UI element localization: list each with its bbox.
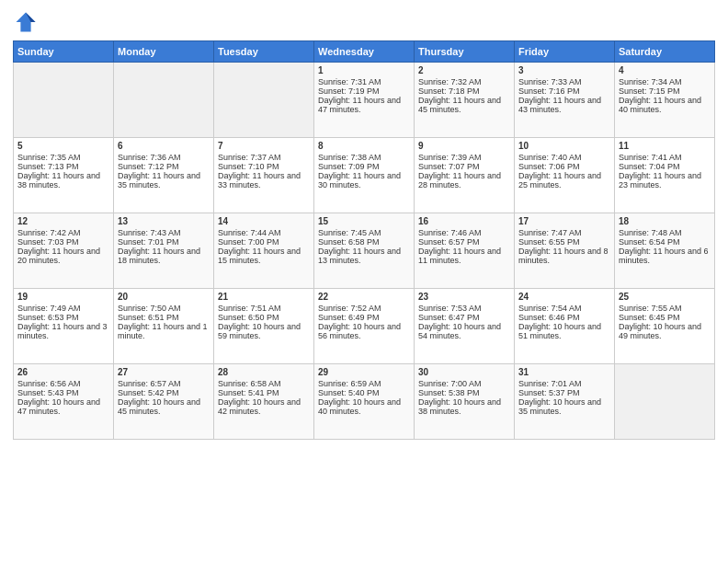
calendar-cell: 1Sunrise: 7:31 AMSunset: 7:19 PMDaylight… xyxy=(314,63,415,138)
cell-info: Daylight: 11 hours and 18 minutes. xyxy=(118,247,210,265)
day-number: 6 xyxy=(118,141,210,151)
calendar-cell: 31Sunrise: 7:01 AMSunset: 5:37 PMDayligh… xyxy=(515,364,615,440)
cell-info: Daylight: 11 hours and 6 minutes. xyxy=(619,247,711,265)
day-number: 2 xyxy=(418,65,510,75)
cell-info: Sunrise: 7:41 AM xyxy=(619,153,711,162)
cell-info: Daylight: 11 hours and 43 minutes. xyxy=(518,96,610,114)
cell-info: Sunset: 7:13 PM xyxy=(17,162,109,171)
day-number: 13 xyxy=(118,216,210,226)
calendar-cell: 5Sunrise: 7:35 AMSunset: 7:13 PMDaylight… xyxy=(14,138,114,213)
cell-info: Sunset: 6:47 PM xyxy=(418,313,510,322)
day-number: 21 xyxy=(218,292,310,302)
cell-info: Sunset: 7:16 PM xyxy=(518,86,610,96)
calendar-cell: 29Sunrise: 6:59 AMSunset: 5:40 PMDayligh… xyxy=(314,364,415,440)
cell-info: Sunset: 7:12 PM xyxy=(118,162,210,171)
calendar-cell: 18Sunrise: 7:48 AMSunset: 6:54 PMDayligh… xyxy=(615,213,715,289)
header xyxy=(13,9,715,35)
calendar-cell: 8Sunrise: 7:38 AMSunset: 7:09 PMDaylight… xyxy=(314,138,415,213)
cell-info: Sunrise: 7:00 AM xyxy=(418,379,510,388)
calendar-cell: 13Sunrise: 7:43 AMSunset: 7:01 PMDayligh… xyxy=(114,213,214,289)
cell-info: Sunrise: 7:52 AM xyxy=(318,304,410,313)
cell-info: Daylight: 11 hours and 11 minutes. xyxy=(418,247,510,265)
cell-info: Daylight: 10 hours and 59 minutes. xyxy=(218,322,310,340)
cell-info: Sunset: 7:09 PM xyxy=(318,162,410,171)
cell-info: Sunset: 6:53 PM xyxy=(17,313,109,322)
days-header-row: SundayMondayTuesdayWednesdayThursdayFrid… xyxy=(14,41,715,63)
day-header-thursday: Thursday xyxy=(415,41,515,63)
cell-info: Sunrise: 7:47 AM xyxy=(518,228,610,237)
cell-info: Daylight: 11 hours and 45 minutes. xyxy=(418,96,510,114)
cell-info: Sunset: 6:45 PM xyxy=(619,313,711,322)
day-number: 20 xyxy=(118,292,210,302)
day-number: 31 xyxy=(518,367,610,377)
cell-info: Sunrise: 7:49 AM xyxy=(17,304,109,313)
cell-info: Daylight: 10 hours and 54 minutes. xyxy=(418,322,510,340)
page: SundayMondayTuesdayWednesdayThursdayFrid… xyxy=(0,0,728,563)
cell-info: Sunset: 6:51 PM xyxy=(118,313,210,322)
day-number: 22 xyxy=(318,292,410,302)
day-number: 28 xyxy=(218,367,310,377)
calendar-cell: 20Sunrise: 7:50 AMSunset: 6:51 PMDayligh… xyxy=(114,289,214,364)
calendar-cell xyxy=(214,63,314,138)
cell-info: Sunset: 5:40 PM xyxy=(318,388,410,397)
cell-info: Sunrise: 7:33 AM xyxy=(518,77,610,86)
cell-info: Daylight: 11 hours and 15 minutes. xyxy=(218,247,310,265)
cell-info: Daylight: 10 hours and 38 minutes. xyxy=(418,397,510,416)
cell-info: Sunrise: 6:58 AM xyxy=(218,379,310,388)
day-number: 14 xyxy=(218,216,310,226)
cell-info: Daylight: 10 hours and 51 minutes. xyxy=(518,322,610,340)
cell-info: Daylight: 11 hours and 13 minutes. xyxy=(318,247,410,265)
cell-info: Sunrise: 7:38 AM xyxy=(318,153,410,162)
cell-info: Daylight: 10 hours and 35 minutes. xyxy=(518,397,610,416)
cell-info: Daylight: 11 hours and 30 minutes. xyxy=(318,171,410,190)
day-header-sunday: Sunday xyxy=(14,41,114,63)
calendar-cell: 25Sunrise: 7:55 AMSunset: 6:45 PMDayligh… xyxy=(615,289,715,364)
calendar-cell: 6Sunrise: 7:36 AMSunset: 7:12 PMDaylight… xyxy=(114,138,214,213)
day-header-monday: Monday xyxy=(114,41,214,63)
cell-info: Sunset: 5:43 PM xyxy=(17,388,109,397)
calendar-cell: 23Sunrise: 7:53 AMSunset: 6:47 PMDayligh… xyxy=(415,289,515,364)
cell-info: Sunset: 6:54 PM xyxy=(619,237,711,247)
day-number: 9 xyxy=(418,141,510,151)
cell-info: Daylight: 10 hours and 40 minutes. xyxy=(318,397,410,416)
day-header-tuesday: Tuesday xyxy=(214,41,314,63)
cell-info: Sunrise: 7:48 AM xyxy=(619,228,711,237)
cell-info: Sunrise: 6:57 AM xyxy=(118,379,210,388)
day-number: 10 xyxy=(518,141,610,151)
cell-info: Daylight: 11 hours and 38 minutes. xyxy=(17,171,109,190)
day-number: 23 xyxy=(418,292,510,302)
day-number: 8 xyxy=(318,141,410,151)
day-number: 16 xyxy=(418,216,510,226)
cell-info: Sunset: 7:04 PM xyxy=(619,162,711,171)
day-header-wednesday: Wednesday xyxy=(314,41,415,63)
cell-info: Daylight: 11 hours and 3 minutes. xyxy=(17,322,109,340)
cell-info: Daylight: 10 hours and 45 minutes. xyxy=(118,397,210,416)
calendar-cell: 26Sunrise: 6:56 AMSunset: 5:43 PMDayligh… xyxy=(14,364,114,440)
calendar-cell: 10Sunrise: 7:40 AMSunset: 7:06 PMDayligh… xyxy=(515,138,615,213)
cell-info: Daylight: 10 hours and 56 minutes. xyxy=(318,322,410,340)
week-row-0: 1Sunrise: 7:31 AMSunset: 7:19 PMDaylight… xyxy=(14,63,715,138)
calendar-cell: 2Sunrise: 7:32 AMSunset: 7:18 PMDaylight… xyxy=(415,63,515,138)
cell-info: Sunset: 7:10 PM xyxy=(218,162,310,171)
cell-info: Sunset: 5:37 PM xyxy=(518,388,610,397)
calendar-cell: 7Sunrise: 7:37 AMSunset: 7:10 PMDaylight… xyxy=(214,138,314,213)
week-row-4: 26Sunrise: 6:56 AMSunset: 5:43 PMDayligh… xyxy=(14,364,715,440)
calendar-cell xyxy=(14,63,114,138)
cell-info: Sunrise: 7:35 AM xyxy=(17,153,109,162)
cell-info: Sunrise: 7:37 AM xyxy=(218,153,310,162)
logo xyxy=(13,9,42,35)
day-number: 25 xyxy=(619,292,711,302)
cell-info: Sunrise: 7:54 AM xyxy=(518,304,610,313)
calendar-cell: 27Sunrise: 6:57 AMSunset: 5:42 PMDayligh… xyxy=(114,364,214,440)
cell-info: Sunset: 6:55 PM xyxy=(518,237,610,247)
cell-info: Daylight: 11 hours and 23 minutes. xyxy=(619,171,711,190)
calendar-cell xyxy=(615,364,715,440)
calendar-cell: 17Sunrise: 7:47 AMSunset: 6:55 PMDayligh… xyxy=(515,213,615,289)
day-number: 26 xyxy=(17,367,109,377)
day-number: 17 xyxy=(518,216,610,226)
cell-info: Sunset: 7:00 PM xyxy=(218,237,310,247)
cell-info: Sunrise: 6:59 AM xyxy=(318,379,410,388)
day-number: 27 xyxy=(118,367,210,377)
day-number: 4 xyxy=(619,65,711,75)
cell-info: Daylight: 11 hours and 33 minutes. xyxy=(218,171,310,190)
